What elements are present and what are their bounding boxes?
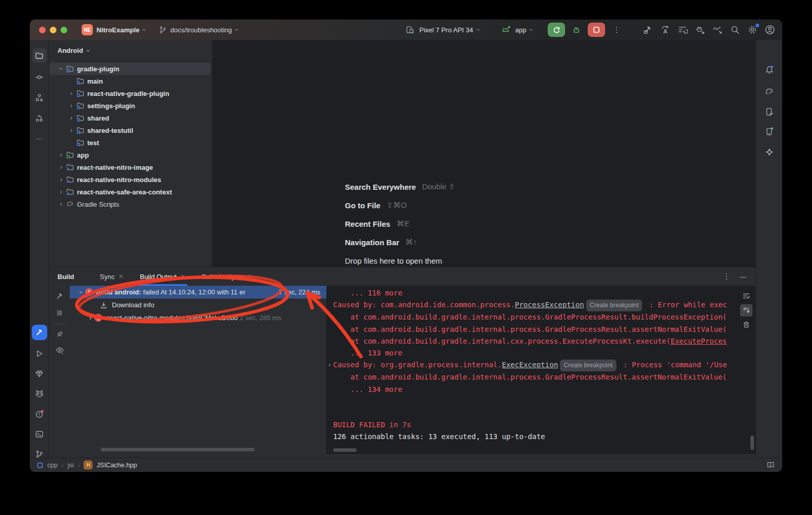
settings-gear-icon[interactable] — [745, 23, 760, 37]
project-view-label: Android — [57, 47, 83, 54]
vcs-log-tool-icon[interactable] — [32, 111, 47, 125]
build-tool-icon[interactable] — [32, 325, 47, 340]
tree-item-app[interactable]: › app — [49, 149, 212, 161]
module-folder-icon — [66, 65, 76, 73]
more-tool-windows-icon[interactable]: ⋯ — [32, 131, 47, 146]
soft-wrap-icon[interactable] — [740, 290, 752, 302]
attach-debugger-icon[interactable] — [693, 23, 707, 37]
filter-eye-icon[interactable] — [53, 343, 66, 356]
close-window-button[interactable] — [39, 27, 46, 33]
exception-link[interactable]: ProcessException — [515, 301, 584, 309]
profiler-icon[interactable] — [710, 23, 725, 37]
close-tab-icon[interactable]: ✕ — [180, 273, 185, 280]
tree-item-settings-plugin[interactable]: › settings-plugin — [49, 100, 212, 112]
tab-sync[interactable]: Sync ✕ — [94, 267, 130, 286]
chevron-right-icon[interactable]: › — [86, 314, 94, 322]
hint-navigation-bar: Navigation Bar ⌘↑ — [345, 233, 455, 251]
chevron-right-icon[interactable]: › — [56, 188, 66, 195]
tree-item-react-native-nitro-image[interactable]: › react-native-nitro-image — [49, 161, 212, 173]
module-folder-icon — [76, 89, 86, 97]
tree-item-react-native-gradle-plugin[interactable]: › react-native-gradle-plugin — [49, 87, 212, 100]
rerun-button[interactable] — [548, 23, 565, 37]
tree-item-gradle-plugin[interactable]: › gradle-plugin — [49, 63, 210, 75]
commit-tool-icon[interactable] — [32, 70, 47, 84]
tree-item-react-native-safe-area-context[interactable]: › react-native-safe-area-context — [49, 186, 212, 198]
project-tool-icon[interactable] — [32, 48, 47, 63]
fold-chevron-icon[interactable]: › — [327, 359, 332, 371]
debug-button[interactable] — [569, 23, 584, 37]
close-tab-icon[interactable]: ✕ — [118, 273, 123, 280]
vcs-branch-selector[interactable]: docs/troubleshooting › — [159, 26, 238, 34]
chevron-down-icon[interactable]: › — [57, 64, 65, 73]
apply-changes-restart-icon[interactable]: A — [658, 23, 672, 37]
pin-tab-icon[interactable] — [53, 328, 66, 341]
more-options-icon[interactable]: ⋮ — [723, 272, 730, 281]
project-view-selector[interactable]: Android › — [49, 40, 212, 54]
horizontal-scrollbar[interactable] — [333, 448, 357, 452]
book-icon[interactable] — [766, 461, 775, 469]
create-breakpoint-badge[interactable]: Create breakpoint — [560, 360, 616, 371]
run-config-selector[interactable]: app — [515, 26, 527, 34]
breadcrumb-file[interactable]: JSICache.hpp — [96, 462, 137, 469]
restart-build-hammer-icon[interactable] — [53, 290, 66, 303]
clear-console-trash-icon[interactable] — [740, 319, 752, 331]
zoom-window-button[interactable] — [61, 27, 67, 33]
tree-item-gradle-scripts[interactable]: › Gradle Scripts — [49, 198, 212, 210]
tree-item-shared[interactable]: › shared — [49, 112, 212, 124]
search-everywhere-icon[interactable] — [728, 23, 742, 37]
gradle-tool-icon[interactable] — [762, 84, 777, 98]
running-devices-icon[interactable] — [762, 124, 777, 138]
stop-button[interactable] — [588, 23, 605, 37]
horizontal-scrollbar[interactable] — [101, 448, 255, 451]
structure-tool-icon[interactable] — [32, 90, 47, 105]
device-manager-icon[interactable] — [762, 105, 777, 119]
close-tab-icon[interactable]: ✕ — [247, 273, 253, 280]
build-panel-header-actions: ⋮ — — [723, 267, 746, 286]
terminal-tool-icon[interactable] — [32, 427, 47, 441]
build-project-icon[interactable] — [641, 23, 655, 37]
device-selector[interactable]: Pixel 7 Pro API 34 — [419, 26, 473, 34]
chevron-down-icon[interactable]: › — [475, 29, 482, 31]
build-output-tree: › ! Build android: failed At 14.10.24, 1… — [70, 286, 326, 454]
notifications-bell-icon[interactable] — [762, 63, 777, 77]
problems-tool-icon[interactable] — [32, 407, 47, 421]
tree-item-test[interactable]: test — [49, 136, 212, 149]
chevron-right-icon[interactable]: › — [56, 176, 66, 183]
app-quality-insights-gem-icon[interactable] — [32, 366, 47, 381]
create-breakpoint-badge[interactable]: Create breakpoint — [586, 300, 642, 311]
run-tool-icon[interactable] — [32, 346, 47, 361]
breadcrumb-folder[interactable]: cpp — [47, 462, 57, 469]
chevron-right-icon[interactable]: › — [56, 151, 66, 159]
chevron-right-icon[interactable]: › — [56, 201, 66, 208]
chevron-down-icon[interactable]: › — [528, 29, 535, 31]
app-module-folder-icon — [66, 151, 76, 159]
failed-task-row[interactable]: › ! :react-native-nitro-modules:buildCMa… — [70, 311, 326, 324]
chevron-right-icon[interactable]: › — [67, 90, 76, 97]
exception-link[interactable]: ExecException — [502, 361, 558, 369]
chevron-down-icon[interactable]: › — [78, 288, 85, 296]
source-link[interactable]: ExecuteProces — [670, 337, 727, 345]
more-actions-icon[interactable]: ⋮ — [609, 23, 624, 37]
chevron-right-icon[interactable]: › — [67, 114, 76, 122]
gemini-sparkle-icon[interactable] — [762, 145, 777, 160]
scroll-to-end-icon[interactable] — [740, 304, 752, 316]
chevron-right-icon[interactable]: › — [56, 164, 66, 171]
vertical-scrollbar[interactable] — [750, 435, 754, 450]
chevron-right-icon[interactable]: › — [67, 102, 76, 109]
minimize-window-button[interactable] — [50, 27, 56, 33]
tab-build-analyzer[interactable]: Build Analyzer ✕ — [196, 267, 259, 286]
download-info-row[interactable]: Download info — [70, 299, 326, 311]
apply-code-changes-icon[interactable] — [675, 23, 690, 37]
hide-panel-icon[interactable]: — — [740, 273, 746, 281]
project-selector[interactable]: NE NitroExample › — [82, 24, 145, 35]
account-avatar-icon[interactable] — [763, 23, 777, 37]
settings-notification-dot — [756, 24, 759, 27]
tree-item-main[interactable]: main — [49, 75, 212, 87]
tree-item-shared-testutil[interactable]: › shared-testutil — [49, 124, 212, 136]
build-result-row[interactable]: › ! Build android: failed At 14.10.24, 1… — [70, 286, 326, 299]
logcat-cat-icon[interactable] — [32, 387, 47, 401]
breadcrumb-folder[interactable]: jsi — [68, 462, 74, 469]
chevron-right-icon[interactable]: › — [67, 127, 76, 134]
tree-item-react-native-nitro-modules[interactable]: › react-native-nitro-modules — [49, 173, 212, 186]
tab-build-output[interactable]: Build Output ✕ — [133, 267, 191, 286]
